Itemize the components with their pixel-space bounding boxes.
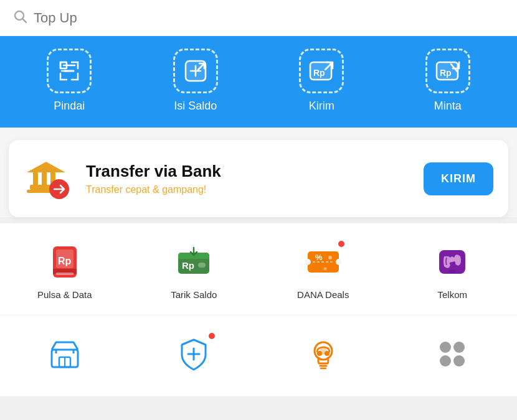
search-icon [12, 9, 27, 27]
telkom-label: Telkom [437, 289, 467, 300]
svg-line-1 [23, 19, 27, 23]
pindai-label: Pindai [54, 100, 85, 113]
svg-rect-18 [42, 172, 47, 186]
toko-icon [44, 333, 86, 375]
pulsa-data-icon: Rp [44, 241, 86, 283]
dana-deals-label: DANA Deals [297, 289, 349, 300]
transfer-subtitle: Transfer cepat & gampang! [86, 184, 411, 195]
menu-asuransi[interactable] [130, 322, 259, 396]
menu-dana-deals[interactable]: % DANA Deals [258, 230, 388, 315]
svg-point-55 [440, 342, 451, 353]
menu-pulsa-bottom[interactable] [258, 322, 388, 396]
more-icon [431, 333, 473, 375]
menu-tarik-saldo[interactable]: Rp Tarik Saldo [130, 230, 259, 315]
isi-saldo-label: Isi Saldo [174, 100, 217, 113]
svg-point-58 [453, 355, 465, 366]
svg-rect-32 [198, 263, 206, 268]
svg-point-57 [440, 355, 451, 366]
svg-point-39 [323, 268, 326, 271]
transfer-banner: Transfer via Bank Transfer cepat & gampa… [9, 140, 508, 217]
menu-grid: Rp Pulsa & Data Rp Tarik Saldo [0, 223, 517, 315]
tarik-saldo-label: Tarik Saldo [171, 289, 217, 300]
action-pindai[interactable]: Pindai [47, 49, 92, 113]
svg-text:%: % [315, 253, 323, 262]
action-isi-saldo[interactable]: Isi Saldo [173, 49, 218, 113]
svg-marker-20 [27, 162, 65, 172]
isi-saldo-icon [173, 49, 218, 93]
svg-text:Rp: Rp [182, 260, 194, 271]
telkom-icon [431, 241, 473, 283]
minta-icon: Rp [425, 49, 470, 93]
pindai-icon [47, 49, 92, 93]
menu-toko[interactable] [0, 322, 130, 396]
minta-label: Minta [434, 100, 462, 113]
svg-text:Rp: Rp [440, 68, 452, 78]
svg-text:Rp: Rp [313, 68, 325, 78]
pulsa-data-label: Pulsa & Data [37, 289, 92, 300]
search-input[interactable] [34, 10, 505, 26]
menu-telkom[interactable]: Telkom [388, 230, 518, 315]
kirim-label: Kirim [309, 100, 334, 113]
transfer-title: Transfer via Bank [86, 162, 411, 181]
svg-rect-30 [178, 256, 209, 259]
kirim-icon: Rp [299, 49, 344, 93]
action-minta[interactable]: Rp Minta [425, 49, 470, 113]
menu-grid-row2 [0, 315, 517, 396]
svg-rect-27 [56, 273, 74, 275]
svg-point-38 [328, 256, 332, 259]
pulsa-bottom-icon [302, 333, 344, 375]
transfer-text: Transfer via Bank Transfer cepat & gampa… [86, 162, 411, 195]
action-bar: Pindai Isi Saldo Rp [0, 36, 517, 128]
dana-deals-badge [337, 240, 346, 248]
dana-deals-icon: % [302, 241, 344, 283]
tarik-saldo-icon: Rp [173, 241, 215, 283]
asuransi-icon [173, 333, 215, 375]
action-kirim[interactable]: Rp Kirim [299, 49, 344, 113]
search-bar [0, 0, 517, 36]
asuransi-badge [207, 332, 216, 340]
svg-point-56 [453, 342, 465, 353]
svg-rect-17 [33, 172, 38, 186]
svg-point-41 [448, 269, 456, 273]
menu-more[interactable] [388, 322, 518, 396]
kirim-button[interactable]: KIRIM [424, 162, 493, 195]
bank-icon [24, 154, 74, 203]
menu-pulsa-data[interactable]: Rp Pulsa & Data [0, 230, 130, 315]
svg-text:Rp: Rp [58, 256, 72, 266]
